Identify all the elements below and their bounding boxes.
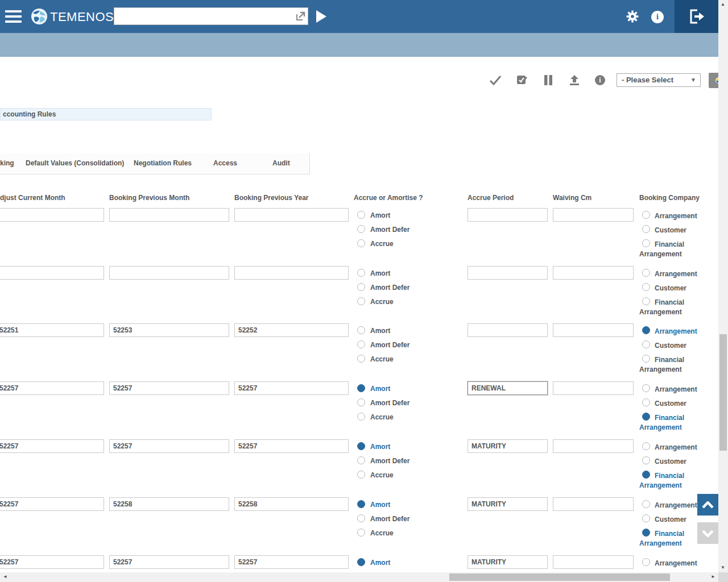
booking-company-option-label: FinancialArrangement bbox=[639, 471, 701, 490]
booking-company-option-label: Customer bbox=[639, 341, 701, 351]
accrue-radio-accrue[interactable] bbox=[357, 471, 365, 479]
booking-previous-month-input[interactable] bbox=[109, 381, 229, 395]
adjust-current-month-input[interactable] bbox=[0, 266, 104, 280]
adjust-current-month-input[interactable] bbox=[0, 555, 104, 569]
booking-previous-year-input[interactable] bbox=[234, 497, 349, 511]
accrue-radio-amort[interactable] bbox=[357, 326, 365, 334]
accrue-radio-accrue[interactable] bbox=[357, 355, 365, 363]
booking-previous-year-input[interactable] bbox=[234, 555, 349, 569]
accrue-radio-accrue[interactable] bbox=[357, 239, 365, 247]
page-up-button[interactable] bbox=[697, 494, 718, 516]
waiving-cm-input[interactable] bbox=[553, 555, 634, 569]
horizontal-scrollbar-thumb[interactable] bbox=[449, 573, 670, 581]
accrue-option-label: Accrue bbox=[370, 471, 394, 479]
booking-previous-year-input[interactable] bbox=[234, 381, 349, 395]
tab-audit[interactable]: Audit bbox=[272, 159, 290, 167]
booking-previous-month-input[interactable] bbox=[109, 266, 229, 280]
booking-company-option-label: Arrangement bbox=[639, 501, 701, 510]
vertical-scrollbar[interactable]: ▲ ▼ bbox=[718, 0, 728, 572]
accrue-radio-amort[interactable] bbox=[357, 384, 365, 392]
booking-company-option-label: Customer bbox=[639, 515, 701, 525]
booking-company-option-label: Arrangement bbox=[639, 269, 701, 279]
waiving-cm-input[interactable] bbox=[553, 266, 634, 280]
waiving-cm-input[interactable] bbox=[553, 323, 634, 337]
waiving-cm-input[interactable] bbox=[553, 381, 634, 395]
info-toolbar-icon[interactable]: i bbox=[595, 75, 605, 85]
scroll-down-arrow[interactable]: ▼ bbox=[721, 566, 725, 570]
accrue-radio-amort[interactable] bbox=[357, 500, 365, 508]
adjust-current-month-input[interactable] bbox=[0, 439, 104, 453]
open-arrow-icon[interactable] bbox=[296, 11, 306, 21]
accrue-period-input[interactable] bbox=[468, 208, 548, 222]
menu-icon[interactable] bbox=[5, 10, 22, 23]
accrue-radio-amort[interactable] bbox=[357, 269, 365, 277]
commit-check-icon[interactable] bbox=[489, 74, 502, 86]
booking-previous-year-input[interactable] bbox=[234, 439, 349, 453]
accrue-option-label: Accrue bbox=[370, 355, 394, 363]
accrue-period-input[interactable] bbox=[468, 323, 548, 337]
accrue-radio-amort-defer[interactable] bbox=[357, 514, 365, 522]
accrue-period-input[interactable] bbox=[468, 266, 548, 280]
scroll-right-arrow[interactable]: ► bbox=[711, 575, 715, 579]
booking-previous-month-input[interactable] bbox=[109, 323, 229, 337]
accrue-period-input[interactable] bbox=[468, 555, 548, 569]
horizontal-scrollbar[interactable]: ◄ ► bbox=[0, 572, 718, 582]
table-row: AmortAmort DeferAccrueArrangementCustome… bbox=[0, 208, 728, 266]
sign-out-button[interactable] bbox=[675, 0, 718, 33]
tab-access[interactable]: Access bbox=[213, 159, 237, 167]
accrue-radio-amort[interactable] bbox=[357, 558, 365, 566]
booking-previous-year-input[interactable] bbox=[234, 266, 349, 280]
accrue-radio-amort-defer[interactable] bbox=[357, 283, 365, 291]
hold-pause-icon[interactable] bbox=[542, 74, 555, 86]
tab-king[interactable]: king bbox=[0, 159, 14, 167]
accrue-option-label: Amort Defer bbox=[370, 515, 410, 523]
accrue-radio-accrue[interactable] bbox=[357, 297, 365, 305]
accrue-radio-amort-defer[interactable] bbox=[357, 340, 365, 348]
gear-icon[interactable] bbox=[626, 10, 639, 23]
booking-previous-month-input[interactable] bbox=[109, 555, 229, 569]
validate-icon[interactable] bbox=[515, 74, 528, 86]
page-down-button[interactable] bbox=[697, 522, 718, 544]
booking-company-option-label: FinancialArrangement bbox=[639, 529, 701, 548]
booking-previous-month-input[interactable] bbox=[109, 208, 229, 222]
accrue-period-input[interactable] bbox=[468, 439, 548, 453]
accrue-radio-amort-defer[interactable] bbox=[357, 398, 365, 406]
tab-negotiation-rules[interactable]: Negotiation Rules bbox=[134, 159, 192, 167]
scrollbar-corner bbox=[718, 572, 728, 582]
booking-previous-month-input[interactable] bbox=[109, 497, 229, 511]
scroll-left-arrow[interactable]: ◄ bbox=[3, 575, 7, 579]
accrue-period-input[interactable] bbox=[468, 497, 548, 511]
table-row: AmortAmort DeferAccrueArrangementCustome… bbox=[0, 323, 728, 381]
accrue-option-label: Amort Defer bbox=[370, 399, 410, 407]
accrue-radio-amort-defer[interactable] bbox=[357, 225, 365, 233]
tab-default-values-consolidation[interactable]: Default Values (Consolidation) bbox=[26, 159, 124, 167]
accrue-option-label: Accrue bbox=[370, 529, 394, 537]
info-icon[interactable]: i bbox=[651, 11, 664, 23]
accrue-radio-amort[interactable] bbox=[357, 442, 365, 450]
sign-out-icon bbox=[688, 9, 705, 24]
accrue-radio-amort-defer[interactable] bbox=[357, 456, 365, 464]
booking-previous-year-input[interactable] bbox=[234, 208, 349, 222]
adjust-current-month-input[interactable] bbox=[0, 323, 104, 337]
vertical-scrollbar-thumb[interactable] bbox=[719, 334, 727, 451]
run-command-icon[interactable] bbox=[316, 10, 326, 23]
scroll-up-arrow[interactable]: ▲ bbox=[721, 2, 725, 7]
column-header: Booking Company bbox=[639, 194, 700, 202]
adjust-current-month-input[interactable] bbox=[0, 381, 104, 395]
command-search-input[interactable] bbox=[114, 7, 308, 25]
accrue-radio-amort[interactable] bbox=[357, 211, 365, 219]
adjust-current-month-input[interactable] bbox=[0, 497, 104, 511]
accrue-radio-accrue[interactable] bbox=[357, 413, 365, 421]
accrue-radio-accrue[interactable] bbox=[357, 529, 365, 537]
please-select-dropdown[interactable]: - Please Select ▼ bbox=[617, 73, 701, 87]
adjust-current-month-input[interactable] bbox=[0, 208, 104, 222]
waiving-cm-input[interactable] bbox=[553, 439, 634, 453]
booking-previous-year-input[interactable] bbox=[234, 323, 349, 337]
upload-icon[interactable] bbox=[568, 74, 581, 86]
waiving-cm-input[interactable] bbox=[553, 497, 634, 511]
accrue-period-input[interactable] bbox=[468, 381, 548, 395]
waiving-cm-input[interactable] bbox=[553, 208, 634, 222]
table-row: AmortAmort DeferAccrueArrangementCustome… bbox=[0, 497, 728, 555]
tab-bar: kingDefault Values (Consolidation)Negoti… bbox=[0, 153, 310, 174]
booking-previous-month-input[interactable] bbox=[109, 439, 229, 453]
